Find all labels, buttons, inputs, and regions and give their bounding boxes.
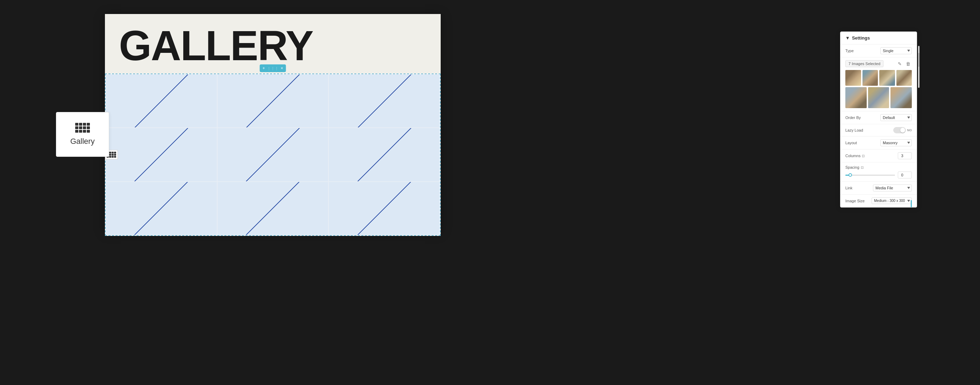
gallery-grid [106, 74, 440, 235]
widget-grid-icon [75, 123, 90, 133]
edit-images-button[interactable]: ✎ [896, 61, 903, 67]
layout-select[interactable]: Masonry Grid Justified [880, 139, 912, 146]
image-thumb-2[interactable] [862, 70, 878, 86]
gallery-cell-2 [217, 74, 329, 128]
settings-title: Settings [852, 35, 870, 41]
columns-text: Columns [845, 153, 861, 158]
images-selected-label: 7 Images Selected [845, 60, 883, 67]
spacing-header: Spacing ⊡ [845, 165, 912, 169]
gallery-cell-5 [217, 128, 329, 181]
settings-header: ▼ Settings [840, 32, 917, 45]
toggle-thumb [900, 128, 905, 133]
images-grid [845, 70, 912, 86]
order-by-label: Order By [845, 115, 861, 120]
order-by-select[interactable]: Default Title Date [880, 114, 912, 121]
layout-label: Layout [845, 141, 857, 145]
plus-icon[interactable]: + [262, 66, 265, 71]
monitor-icon: ⊡ [862, 154, 865, 158]
gallery-title: GALLERY [119, 24, 427, 67]
type-row: Type Single Multiple [840, 45, 917, 58]
columns-row: Columns ⊡ [840, 149, 917, 162]
lazy-load-toggle[interactable] [893, 127, 906, 133]
gallery-grid-wrapper: + ⋮⋮⋮ × [105, 73, 441, 236]
images-grid-row2 [845, 87, 912, 109]
images-selected-wrapper: 7 Images Selected ✎ 🗑 [840, 58, 917, 111]
layout-row: Layout Masonry Grid Justified [840, 136, 917, 149]
spacing-input[interactable] [898, 171, 912, 179]
grid-toolbar: + ⋮⋮⋮ × [259, 64, 286, 72]
settings-arrow-icon: ▼ [845, 35, 850, 41]
type-label: Type [845, 49, 854, 53]
image-size-label: Image Size [845, 199, 865, 203]
settings-panel: ▼ Settings Type Single Multiple 7 Images… [840, 32, 917, 208]
blue-bottom-bar [911, 200, 912, 207]
lazy-load-toggle-wrapper: NO [893, 127, 912, 133]
gallery-cell-9 [328, 182, 440, 235]
order-by-row: Order By Default Title Date [840, 111, 917, 124]
type-select[interactable]: Single Multiple [880, 47, 912, 54]
link-label: Link [845, 186, 852, 190]
link-select[interactable]: Media File Attachment Page None [873, 184, 912, 192]
spacing-monitor-icon: ⊡ [861, 166, 864, 169]
gallery-widget-card: Gallery [56, 112, 109, 157]
image-thumb-1[interactable] [845, 70, 861, 86]
spacing-text: Spacing [845, 165, 859, 169]
lazy-load-label: Lazy Load [845, 128, 863, 132]
spacing-section: Spacing ⊡ [840, 162, 917, 182]
columns-input[interactable] [898, 152, 912, 159]
gallery-cell-1 [106, 74, 217, 128]
gallery-widget-icon [75, 123, 90, 133]
gallery-cell-8 [217, 182, 329, 235]
image-size-row: Image Size Medium - 300 x 300 Large Full… [840, 195, 917, 207]
slider-wrapper [845, 171, 912, 179]
link-row: Link Media File Attachment Page None [840, 182, 917, 195]
image-size-select[interactable]: Medium - 300 x 300 Large Full Size Thumb… [872, 197, 912, 204]
delete-images-button[interactable]: 🗑 [904, 61, 912, 67]
gallery-cell-7 [106, 182, 217, 235]
image-thumb-4[interactable] [896, 70, 912, 86]
canvas-area: GALLERY + ⋮⋮⋮ × [105, 14, 441, 231]
images-selected-actions: ✎ 🗑 [896, 61, 912, 67]
gallery-cell-3 [328, 74, 440, 128]
gallery-cell-4 [106, 128, 217, 181]
settings-scrollbar[interactable] [918, 46, 920, 88]
slider-thumb[interactable] [848, 173, 852, 177]
gallery-cell-6 [328, 128, 440, 181]
image-thumb-6[interactable] [868, 87, 889, 109]
spacing-label: Spacing ⊡ [845, 165, 864, 169]
image-thumb-7[interactable] [891, 87, 912, 109]
close-icon[interactable]: × [281, 66, 283, 71]
scrollbar-thumb [918, 53, 920, 67]
toggle-no-label: NO [907, 128, 912, 132]
lazy-load-row: Lazy Load NO [840, 124, 917, 136]
toolbar-dots[interactable]: ⋮⋮⋮ [267, 67, 279, 70]
columns-label: Columns ⊡ [845, 153, 865, 158]
images-selected-header: 7 Images Selected ✎ 🗑 [845, 60, 912, 67]
image-thumb-3[interactable] [879, 70, 895, 86]
image-thumb-5[interactable] [845, 87, 867, 109]
widget-label: Gallery [70, 137, 95, 146]
spacing-slider-track[interactable] [845, 175, 895, 176]
